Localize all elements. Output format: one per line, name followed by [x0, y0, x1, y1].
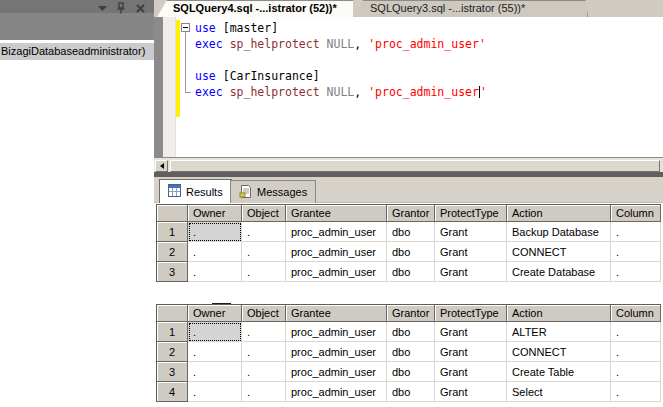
- grid-cell[interactable]: dbo: [387, 242, 435, 262]
- fold-collapse-icon[interactable]: [181, 23, 190, 32]
- results-tabstrip: ResultsMessages: [154, 177, 663, 203]
- grid-cell[interactable]: Grant: [435, 362, 507, 382]
- grid-cell[interactable]: Select: [507, 382, 611, 402]
- grid-cell[interactable]: .: [188, 362, 242, 382]
- grid-cell[interactable]: proc_admin_user: [286, 322, 387, 342]
- code-line[interactable]: use [CarInsurance]: [195, 68, 487, 84]
- column-header-grantor[interactable]: Grantor: [387, 205, 435, 222]
- column-header-column[interactable]: Column: [611, 305, 661, 322]
- grid-cell[interactable]: .: [242, 342, 286, 362]
- column-header-owner[interactable]: Owner: [188, 205, 242, 222]
- row-number[interactable]: 2: [157, 242, 188, 262]
- code-line[interactable]: exec sp_helprotect NULL, 'proc_admin_use…: [195, 36, 487, 52]
- results-tab[interactable]: Results: [159, 179, 232, 203]
- grid-cell[interactable]: proc_admin_user: [286, 222, 387, 242]
- grid-cell[interactable]: .: [188, 242, 242, 262]
- grid-cell[interactable]: .: [611, 222, 661, 242]
- grid-cell[interactable]: .: [611, 242, 661, 262]
- editor-left-edge: [154, 17, 163, 157]
- row-number[interactable]: 3: [157, 262, 188, 282]
- grid-cell[interactable]: .: [188, 322, 242, 342]
- column-header-owner[interactable]: Owner: [188, 305, 242, 322]
- row-number[interactable]: 3: [157, 362, 188, 382]
- column-header-object[interactable]: Object: [242, 205, 286, 222]
- grid-cell[interactable]: .: [242, 262, 286, 282]
- grid-cell[interactable]: .: [611, 322, 661, 342]
- code-line[interactable]: exec sp_helprotect NULL, 'proc_admin_use…: [195, 84, 487, 100]
- grid-cell[interactable]: CONNECT: [507, 342, 611, 362]
- messages-tab[interactable]: Messages: [230, 180, 316, 203]
- results-grid-icon: [168, 184, 181, 199]
- code-token-string: ': [480, 85, 487, 99]
- grid-cell[interactable]: .: [242, 362, 286, 382]
- grid-cell[interactable]: .: [188, 262, 242, 282]
- grid-cell[interactable]: .: [188, 342, 242, 362]
- grid-cell[interactable]: .: [242, 382, 286, 402]
- column-header-grantee[interactable]: Grantee: [286, 305, 387, 322]
- row-number-header[interactable]: [157, 205, 188, 222]
- grid-cell[interactable]: Grant: [435, 262, 507, 282]
- column-header-grantee[interactable]: Grantee: [286, 205, 387, 222]
- scrollbar-thumb[interactable]: [170, 160, 660, 172]
- grid-cell[interactable]: Grant: [435, 382, 507, 402]
- grid-cell[interactable]: dbo: [387, 322, 435, 342]
- column-header-action[interactable]: Action: [507, 305, 611, 322]
- grid-cell[interactable]: Grant: [435, 322, 507, 342]
- grid-cell[interactable]: dbo: [387, 342, 435, 362]
- messages-icon: [239, 185, 252, 200]
- close-icon[interactable]: [134, 2, 146, 14]
- row-number[interactable]: 2: [157, 342, 188, 362]
- code-line[interactable]: use [master]: [195, 20, 487, 36]
- grid-cell[interactable]: Create Database: [507, 262, 611, 282]
- grid-cell[interactable]: .: [188, 382, 242, 402]
- grid-cell[interactable]: proc_admin_user: [286, 362, 387, 382]
- column-header-protecttype[interactable]: ProtectType: [435, 305, 507, 322]
- grid-cell[interactable]: CONNECT: [507, 242, 611, 262]
- grid-cell[interactable]: Grant: [435, 342, 507, 362]
- grid-cell[interactable]: dbo: [387, 362, 435, 382]
- column-header-action[interactable]: Action: [507, 205, 611, 222]
- column-header-object[interactable]: Object: [242, 305, 286, 322]
- grid-cell[interactable]: Create Table: [507, 362, 611, 382]
- editor-tab-2[interactable]: SQLQuery3.sql -...istrator (55))*: [354, 0, 588, 17]
- grid-cell[interactable]: .: [242, 242, 286, 262]
- row-number-header[interactable]: [157, 305, 188, 322]
- grid-cell[interactable]: ALTER: [507, 322, 611, 342]
- editor-tabstrip: SQLQuery4.sql -...istrator (52))*SQLQuer…: [154, 0, 663, 17]
- grid-cell[interactable]: .: [611, 342, 661, 362]
- grid-cell[interactable]: .: [611, 362, 661, 382]
- pin-icon[interactable]: [115, 2, 127, 14]
- grid-cell[interactable]: .: [242, 222, 286, 242]
- code-area[interactable]: use [master]exec sp_helprotect NULL, 'pr…: [195, 20, 487, 100]
- grid-cell[interactable]: proc_admin_user: [286, 342, 387, 362]
- column-header-grantor[interactable]: Grantor: [387, 305, 435, 322]
- row-number[interactable]: 1: [157, 222, 188, 242]
- editor-hscrollbar[interactable]: [154, 157, 663, 172]
- grid-cell[interactable]: proc_admin_user: [286, 382, 387, 402]
- column-header-column[interactable]: Column: [611, 205, 661, 222]
- grid-cell[interactable]: .: [188, 222, 242, 242]
- tree-item-selected[interactable]: BizagiDatabaseadministrator): [0, 43, 154, 60]
- grid-cell[interactable]: proc_admin_user: [286, 242, 387, 262]
- grid-cell[interactable]: Grant: [435, 222, 507, 242]
- code-line[interactable]: [195, 52, 487, 68]
- grid-cell[interactable]: .: [611, 262, 661, 282]
- grid-cell[interactable]: .: [611, 382, 661, 402]
- grid-cell[interactable]: .: [242, 322, 286, 342]
- row-number[interactable]: 1: [157, 322, 188, 342]
- scroll-left-button[interactable]: [155, 160, 168, 172]
- grid-cell[interactable]: dbo: [387, 382, 435, 402]
- grid-cell[interactable]: proc_admin_user: [286, 262, 387, 282]
- editor-tab-1[interactable]: SQLQuery4.sql -...istrator (52))*: [157, 0, 353, 17]
- grid-cell[interactable]: dbo: [387, 262, 435, 282]
- code-token-plain: [CarInsurance]: [223, 69, 320, 83]
- row-number[interactable]: 4: [157, 382, 188, 402]
- code-token-keyword: exec: [195, 37, 230, 51]
- code-token-sysproc: sp_helprotect: [230, 37, 327, 51]
- column-header-protecttype[interactable]: ProtectType: [435, 205, 507, 222]
- grid-cell[interactable]: Grant: [435, 242, 507, 262]
- chevron-down-icon[interactable]: [96, 2, 108, 14]
- sql-editor[interactable]: use [master]exec sp_helprotect NULL, 'pr…: [154, 17, 663, 157]
- grid-cell[interactable]: dbo: [387, 222, 435, 242]
- grid-cell[interactable]: Backup Database: [507, 222, 611, 242]
